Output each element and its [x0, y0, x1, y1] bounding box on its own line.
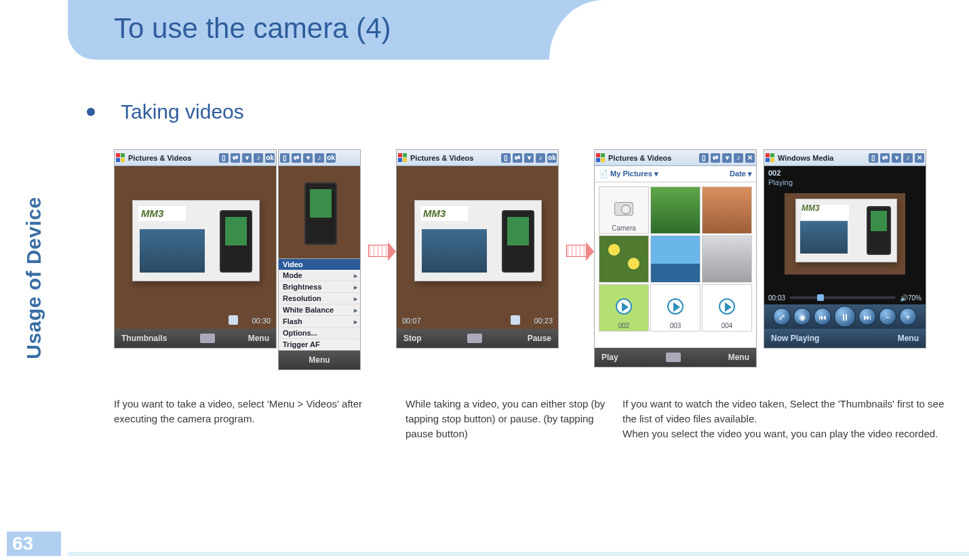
- thumbnail-image[interactable]: [650, 235, 700, 283]
- menu-item-video[interactable]: Video: [279, 259, 360, 270]
- captions-row: If you want to take a video, select 'Men…: [114, 397, 955, 441]
- volume-icon: ♪: [734, 153, 743, 163]
- menu-item-mode[interactable]: Mode▸: [279, 270, 360, 281]
- softkey-stop[interactable]: Stop: [403, 334, 422, 343]
- camera-viewfinder: MM3 00:30: [115, 166, 276, 329]
- antenna-icon: ▾: [303, 153, 313, 163]
- caption-2: While taking a video, you can either sto…: [406, 397, 622, 441]
- ok-button[interactable]: ok: [265, 153, 275, 163]
- volume-icon: ♪: [536, 153, 545, 163]
- seek-bar[interactable]: 00:03 🔊 70%: [768, 294, 922, 302]
- page-number: 63: [7, 532, 61, 556]
- volume-up-button[interactable]: +: [899, 308, 917, 325]
- submenu-arrow-icon: ▸: [354, 283, 357, 291]
- product-brand-text: MM3: [802, 203, 820, 213]
- thumbnail-image[interactable]: [702, 235, 752, 283]
- antenna-icon: ▾: [722, 153, 732, 163]
- camera-icon: [614, 202, 633, 216]
- play-pause-button[interactable]: ⏸: [834, 306, 856, 327]
- thumbnail-video[interactable]: 003: [650, 284, 700, 332]
- camera-menu-list: Video Mode▸ Brightness▸ Resolution▸ Whit…: [279, 258, 360, 351]
- ok-button[interactable]: ok: [547, 153, 557, 163]
- thumbnail-label: 004: [703, 322, 751, 329]
- video-frame: MM3: [785, 193, 905, 275]
- softkey-now-playing[interactable]: Now Playing: [771, 334, 819, 343]
- signal-icon: ▯: [699, 153, 709, 163]
- speaker-icon: 🔊: [900, 294, 908, 302]
- screenshot-row: Pictures & Videos ▯ ⇄ ▾ ♪ ok MM3 00:30: [114, 149, 926, 367]
- thumbnail-video-selected[interactable]: 002: [599, 284, 649, 332]
- previous-button[interactable]: ⏮: [814, 308, 831, 325]
- track-title: 002: [768, 169, 780, 177]
- timer-remaining: 00:23: [534, 317, 553, 325]
- ok-button[interactable]: ok: [326, 153, 336, 163]
- menu-item-white-balance[interactable]: White Balance▸: [279, 304, 360, 316]
- keyboard-icon[interactable]: [467, 334, 482, 343]
- thumbnail-image[interactable]: [702, 186, 752, 234]
- web-button[interactable]: ◉: [793, 308, 811, 325]
- keyboard-icon[interactable]: [666, 353, 681, 362]
- product-device: [220, 210, 252, 273]
- thumbnail-image[interactable]: [599, 235, 649, 283]
- titlebar: Pictures & Videos ▯ ⇄ ▾ ♪ ok: [115, 150, 276, 166]
- softkey-play[interactable]: Play: [601, 353, 618, 362]
- timer-remaining: 00:30: [252, 317, 271, 325]
- camera-viewfinder: MM3 00:07 00:23: [397, 166, 558, 329]
- sync-icon: ⇄: [292, 153, 301, 163]
- soft-key-bar: Now Playing Menu: [764, 329, 926, 348]
- softkey-menu[interactable]: Menu: [309, 355, 330, 365]
- product-brand-text: MM3: [141, 207, 163, 219]
- thumbnails-browser-body: 📄 My Pictures ▾ Date ▾ Camera 002: [595, 166, 756, 348]
- thumbnail-label: 003: [651, 322, 700, 329]
- fullscreen-button[interactable]: ⤢: [773, 308, 791, 325]
- caption-3-line1: If you want to watch the video taken, Se…: [622, 397, 955, 426]
- sort-dropdown[interactable]: Date ▾: [730, 169, 752, 178]
- close-button[interactable]: ✕: [915, 153, 924, 163]
- submenu-arrow-icon: ▸: [354, 295, 357, 302]
- sidebar-section-label: Usage of Device: [22, 197, 45, 359]
- thumbnail-camera[interactable]: Camera: [599, 186, 649, 234]
- softkey-thumbnails[interactable]: Thumbnails: [121, 334, 167, 343]
- screenshot-2-recording: Pictures & Videos ▯ ⇄ ▾ ♪ ok MM3 00:07 0…: [396, 149, 559, 348]
- playback-status: Playing: [768, 178, 793, 186]
- folder-dropdown[interactable]: 📄 My Pictures ▾: [599, 169, 658, 178]
- thumbnail-image[interactable]: [650, 186, 700, 234]
- softkey-menu[interactable]: Menu: [728, 353, 749, 362]
- menu-item-brightness[interactable]: Brightness▸: [279, 281, 360, 293]
- softkey-pause[interactable]: Pause: [528, 334, 551, 343]
- play-icon: [719, 298, 735, 315]
- close-button[interactable]: ✕: [745, 153, 755, 163]
- titlebar: Pictures & Videos ▯ ⇄ ▾ ♪ ✕: [595, 150, 756, 166]
- play-icon: [616, 298, 632, 315]
- menu-item-options[interactable]: Options...: [279, 327, 360, 339]
- arrow-2: [559, 149, 594, 353]
- softkey-menu[interactable]: Menu: [248, 334, 269, 343]
- soft-key-bar: Menu: [279, 351, 360, 369]
- menu-item-flash[interactable]: Flash▸: [279, 316, 360, 327]
- screenshot-4-media-player: Windows Media ▯ ⇄ ▾ ♪ ✕ 002 Playing MM3 …: [764, 149, 926, 348]
- windows-logo-icon: [766, 153, 775, 163]
- section-heading: Taking videos: [87, 100, 244, 123]
- menu-item-resolution[interactable]: Resolution▸: [279, 293, 360, 304]
- product-box-photo: [422, 229, 487, 273]
- volume-down-button[interactable]: −: [879, 308, 896, 325]
- menu-item-trigger-af[interactable]: Trigger AF: [279, 339, 360, 351]
- titlebar-title: Windows Media: [778, 154, 833, 162]
- soft-key-bar: Thumbnails Menu: [115, 329, 276, 348]
- product-device: [304, 182, 337, 245]
- titlebar-title: Pictures & Videos: [410, 154, 473, 162]
- screenshot-3-thumbnails: Pictures & Videos ▯ ⇄ ▾ ♪ ✕ 📄 My Picture…: [594, 149, 757, 367]
- thumbnail-video[interactable]: 004: [702, 284, 752, 332]
- menu-panel-viewfinder-slice: [279, 166, 360, 258]
- softkey-menu[interactable]: Menu: [898, 334, 919, 343]
- titlebar-title: Pictures & Videos: [608, 154, 671, 162]
- signal-icon: ▯: [501, 153, 511, 163]
- product-device: [867, 206, 891, 255]
- timer-elapsed: 00:07: [402, 317, 421, 325]
- keyboard-icon[interactable]: [200, 334, 215, 343]
- time-elapsed: 00:03: [768, 294, 785, 302]
- seek-track[interactable]: [789, 296, 896, 299]
- titlebar: Windows Media ▯ ⇄ ▾ ♪ ✕: [764, 150, 926, 166]
- arrow-right-icon: [566, 245, 587, 257]
- next-button[interactable]: ⏭: [858, 308, 876, 325]
